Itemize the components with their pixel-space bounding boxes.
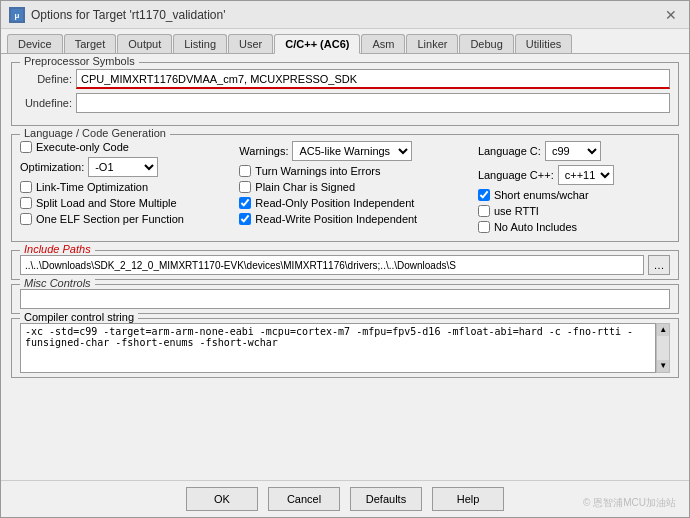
tab-bar: Device Target Output Listing User C/C++ … bbox=[1, 29, 689, 54]
col-right: Language C: c99 c90 c11 Language C++: c+… bbox=[478, 141, 670, 233]
defaults-button[interactable]: Defaults bbox=[350, 487, 422, 511]
compiler-control-label: Compiler control string bbox=[20, 311, 138, 323]
one-elf-row: One ELF Section per Function bbox=[20, 213, 231, 225]
one-elf-label: One ELF Section per Function bbox=[36, 213, 184, 225]
no-auto-includes-label: No Auto Includes bbox=[494, 221, 577, 233]
close-button[interactable]: ✕ bbox=[661, 7, 681, 23]
include-paths-input[interactable] bbox=[20, 255, 644, 275]
tab-utilities[interactable]: Utilities bbox=[515, 34, 572, 53]
read-write-label: Read-Write Position Independent bbox=[255, 213, 417, 225]
turn-warnings-label: Turn Warnings into Errors bbox=[255, 165, 380, 177]
language-group: Language / Code Generation Execute-only … bbox=[11, 134, 679, 242]
turn-warnings-checkbox[interactable] bbox=[239, 165, 251, 177]
use-rtti-checkbox[interactable] bbox=[478, 205, 490, 217]
turn-warnings-row: Turn Warnings into Errors bbox=[239, 165, 470, 177]
ok-button[interactable]: OK bbox=[186, 487, 258, 511]
tab-target[interactable]: Target bbox=[64, 34, 117, 53]
no-auto-includes-row: No Auto Includes bbox=[478, 221, 670, 233]
execute-only-label: Execute-only Code bbox=[36, 141, 129, 153]
language-columns: Execute-only Code Optimization: -O1 -O0 … bbox=[20, 141, 670, 233]
define-label: Define: bbox=[20, 73, 72, 85]
use-rtti-label: use RTTI bbox=[494, 205, 539, 217]
help-button[interactable]: Help bbox=[432, 487, 504, 511]
use-rtti-row: use RTTI bbox=[478, 205, 670, 217]
short-enums-checkbox[interactable] bbox=[478, 189, 490, 201]
warnings-row: Warnings: AC5-like Warnings All Warnings… bbox=[239, 141, 470, 161]
plain-char-checkbox[interactable] bbox=[239, 181, 251, 193]
execute-only-row: Execute-only Code bbox=[20, 141, 231, 153]
misc-controls-label: Misc Controls bbox=[20, 277, 95, 289]
plain-char-label: Plain Char is Signed bbox=[255, 181, 355, 193]
no-auto-includes-checkbox[interactable] bbox=[478, 221, 490, 233]
window-title: Options for Target 'rt1170_validation' bbox=[31, 8, 225, 22]
cancel-button[interactable]: Cancel bbox=[268, 487, 340, 511]
define-row: Define: bbox=[20, 69, 670, 89]
language-group-label: Language / Code Generation bbox=[20, 127, 170, 139]
undefine-input[interactable] bbox=[76, 93, 670, 113]
link-time-row: Link-Time Optimization bbox=[20, 181, 231, 193]
preprocessor-group: Preprocessor Symbols Define: Undefine: bbox=[11, 62, 679, 126]
optimization-select[interactable]: -O1 -O0 -O2 -O3 bbox=[88, 157, 158, 177]
main-window: μ Options for Target 'rt1170_validation'… bbox=[0, 0, 690, 518]
svg-text:μ: μ bbox=[15, 11, 20, 20]
tab-device[interactable]: Device bbox=[7, 34, 63, 53]
lang-cpp-label: Language C++: bbox=[478, 169, 554, 181]
footer: OK Cancel Defaults Help © 恩智浦MCU加油站 bbox=[1, 480, 689, 517]
execute-only-checkbox[interactable] bbox=[20, 141, 32, 153]
tab-output[interactable]: Output bbox=[117, 34, 172, 53]
link-time-checkbox[interactable] bbox=[20, 181, 32, 193]
tab-cpp-ac6[interactable]: C/C++ (AC6) bbox=[274, 34, 360, 54]
lang-cpp-select[interactable]: c++11 c++03 c++14 bbox=[558, 165, 614, 185]
short-enums-label: Short enums/wchar bbox=[494, 189, 589, 201]
tab-user[interactable]: User bbox=[228, 34, 273, 53]
link-time-label: Link-Time Optimization bbox=[36, 181, 148, 193]
tab-linker[interactable]: Linker bbox=[406, 34, 458, 53]
warnings-select[interactable]: AC5-like Warnings All Warnings No Warnin… bbox=[292, 141, 412, 161]
compiler-control-textarea[interactable]: -xc -std=c99 -target=arm-arm-none-eabi -… bbox=[20, 323, 656, 373]
read-write-row: Read-Write Position Independent bbox=[239, 213, 470, 225]
optimization-label: Optimization: bbox=[20, 161, 84, 173]
short-enums-row: Short enums/wchar bbox=[478, 189, 670, 201]
scroll-down[interactable]: ▼ bbox=[657, 360, 669, 372]
read-only-row: Read-Only Position Independent bbox=[239, 197, 470, 209]
optimization-row: Optimization: -O1 -O0 -O2 -O3 bbox=[20, 157, 231, 177]
read-only-checkbox[interactable] bbox=[239, 197, 251, 209]
preprocessor-group-label: Preprocessor Symbols bbox=[20, 55, 139, 67]
lang-c-label: Language C: bbox=[478, 145, 541, 157]
main-content: Preprocessor Symbols Define: Undefine: L… bbox=[1, 54, 689, 480]
split-load-checkbox[interactable] bbox=[20, 197, 32, 209]
lang-c-select[interactable]: c99 c90 c11 bbox=[545, 141, 601, 161]
tab-debug[interactable]: Debug bbox=[459, 34, 513, 53]
misc-controls-row bbox=[20, 289, 670, 309]
app-icon: μ bbox=[9, 7, 25, 23]
plain-char-row: Plain Char is Signed bbox=[239, 181, 470, 193]
include-paths-label: Include Paths bbox=[20, 243, 95, 255]
tab-asm[interactable]: Asm bbox=[361, 34, 405, 53]
read-only-label: Read-Only Position Independent bbox=[255, 197, 414, 209]
define-input[interactable] bbox=[76, 69, 670, 89]
one-elf-checkbox[interactable] bbox=[20, 213, 32, 225]
watermark: © 恩智浦MCU加油站 bbox=[583, 496, 676, 510]
split-load-label: Split Load and Store Multiple bbox=[36, 197, 177, 209]
lang-c-row: Language C: c99 c90 c11 bbox=[478, 141, 670, 161]
misc-controls-section: Misc Controls bbox=[11, 284, 679, 314]
undefine-label: Undefine: bbox=[20, 97, 72, 109]
scrollbar[interactable]: ▲ ▼ bbox=[656, 323, 670, 373]
compiler-textarea-wrapper: -xc -std=c99 -target=arm-arm-none-eabi -… bbox=[20, 323, 670, 373]
tab-listing[interactable]: Listing bbox=[173, 34, 227, 53]
include-paths-section: Include Paths … bbox=[11, 250, 679, 280]
scroll-up[interactable]: ▲ bbox=[657, 324, 669, 336]
title-bar: μ Options for Target 'rt1170_validation'… bbox=[1, 1, 689, 29]
lang-cpp-row: Language C++: c++11 c++03 c++14 bbox=[478, 165, 670, 185]
include-browse-button[interactable]: … bbox=[648, 255, 670, 275]
col-left: Execute-only Code Optimization: -O1 -O0 … bbox=[20, 141, 231, 233]
split-load-row: Split Load and Store Multiple bbox=[20, 197, 231, 209]
undefine-row: Undefine: bbox=[20, 93, 670, 113]
include-paths-row: … bbox=[20, 255, 670, 275]
read-write-checkbox[interactable] bbox=[239, 213, 251, 225]
compiler-control-section: Compiler control string -xc -std=c99 -ta… bbox=[11, 318, 679, 378]
title-bar-left: μ Options for Target 'rt1170_validation' bbox=[9, 7, 225, 23]
misc-controls-input[interactable] bbox=[20, 289, 670, 309]
warnings-label: Warnings: bbox=[239, 145, 288, 157]
col-middle: Warnings: AC5-like Warnings All Warnings… bbox=[239, 141, 470, 233]
